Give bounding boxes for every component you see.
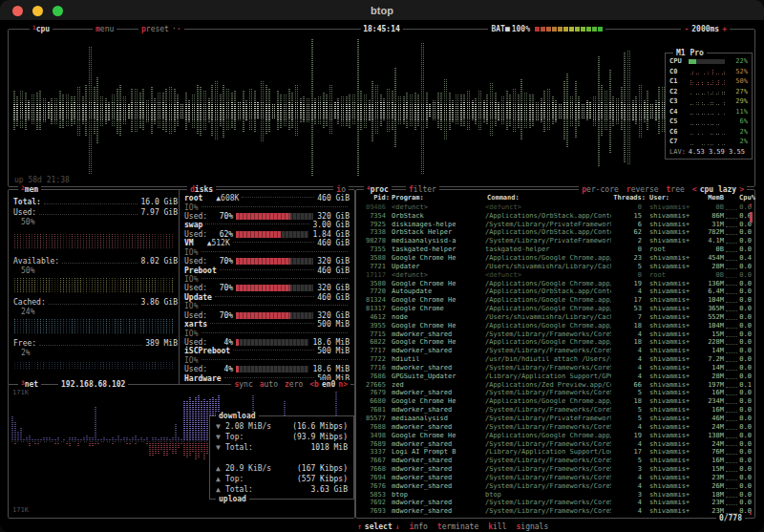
col-threads[interactable]: Threads: [611,194,646,202]
zero-toggle[interactable]: zero [285,380,303,389]
disk-used-row: Used:4%18.6 MiB [184,338,350,347]
cell-cpu: 0.0 [739,441,752,448]
sort-prev-button[interactable]: < [692,185,697,194]
proc-row[interactable]: 7355taskgated-helpertaskgated-helper0roo… [359,245,751,254]
cell-user: shivammis+ [646,204,693,211]
proc-row[interactable]: 7717mdworker_shared/System/Library/Frame… [359,347,751,355]
proc-row[interactable]: 7693mdworker_shared/System/Library/Frame… [359,507,751,516]
cell-dots [726,417,737,421]
scroll-down-icon[interactable]: ↓ [749,509,753,517]
cell-thr: 19 [611,433,646,439]
proc-row[interactable]: 27665zed/Applications/Zed Preview.app/Co… [359,381,751,390]
proc-box-title[interactable]: 4proc [364,185,392,194]
proc-row[interactable]: 7689mdworker_shared/System/Library/Frame… [359,440,751,449]
sync-toggle[interactable]: sync [234,380,252,389]
col-program[interactable]: Program: [390,194,485,202]
cell-prog: mdworker_shared [390,508,485,515]
select-up-key[interactable]: ↑ [357,522,362,531]
proc-row[interactable]: 17117<defunct><defunct>0root0B0.0 [359,271,751,280]
proc-row[interactable]: 6680Google Chrome He/Applications/Google… [359,397,751,406]
download-total: ▼Total:1018 MiB [216,442,348,453]
proc-row[interactable]: 7722hdiutil/usr/bin/hdiutil attach /User… [359,355,751,364]
proc-row[interactable]: 81324Google Chrome He/Applications/Googl… [359,296,751,305]
proc-row[interactable]: 81317Google Chrome/Applications/Google C… [359,305,751,313]
col-pid[interactable]: Pid: [359,194,390,202]
proc-row[interactable]: 5853btopbtop3shivammis+18M0.0 [359,491,751,500]
cell-pid: 27665 [359,382,390,389]
proc-row[interactable]: 85577mediaanalysisd/System/Library/Priva… [359,415,751,423]
cell-user: shivammis+ [646,483,693,490]
interval-increase-button[interactable]: + [722,25,727,33]
proc-row[interactable]: 7676mdworker_shared/System/Library/Frame… [359,482,751,491]
cell-cpu: 0.4 [739,255,752,262]
preset-button[interactable]: preset·· [138,25,184,33]
per-core-toggle[interactable]: per-core [582,185,619,194]
proc-row[interactable]: 7925diskimages-helpe/System/Library/Priv… [359,221,751,229]
filter-button[interactable]: filter [406,185,439,194]
net-box-title[interactable]: 3net [18,380,41,389]
scroll-up-icon[interactable]: ↑ [749,202,753,209]
col-cpu[interactable]: Cpu% [739,194,752,202]
disks-box-title[interactable]: disks [187,185,216,194]
proc-row[interactable]: 98278mediaanalysisd-a/System/Library/Pri… [359,237,751,245]
cell-mem: 16M [693,458,724,464]
col-user[interactable]: User: [646,194,693,202]
proc-row[interactable]: 7688mdworker_shared/System/Library/Frame… [359,423,751,432]
cell-user: shivammis+ [646,500,693,506]
cpu-box-title[interactable]: 1cpu [30,25,53,33]
iface-next-button[interactable]: n> [338,380,348,389]
cell-prog: Google Chrome He [390,297,485,304]
reverse-toggle[interactable]: reverse [626,185,659,194]
col-command[interactable]: Command: [485,194,611,202]
mem-box-title[interactable]: 2mem [18,185,41,194]
proc-row[interactable]: 6822Google Chrome He/Applications/Google… [359,339,751,348]
signals-button[interactable]: signals [516,522,548,531]
proc-row[interactable]: 7338OrbStack Helper/Applications/OrbStac… [359,229,751,238]
tree-toggle[interactable]: tree [667,185,685,194]
proc-row[interactable]: 3588Google Chrome He/Applications/Google… [359,254,751,263]
proc-row[interactable]: 7721Updater/Users/shivammishra/Library/C… [359,263,751,271]
proc-row[interactable]: 7715mdworker_shared/System/Library/Frame… [359,330,751,339]
proc-row[interactable]: 7679mdworker_shared/System/Library/Frame… [359,390,751,398]
proc-row[interactable]: 4612node/Users/shivammishra/Library/Cach… [359,313,751,322]
proc-row[interactable]: 7716mdworker_shared/System/Library/Frame… [359,364,751,372]
cpu-core-row: C62% [669,127,748,138]
proc-row[interactable]: 7692mdworker_shared/System/Library/Frame… [359,500,751,508]
proc-row[interactable]: 3580Google Chrome He/Applications/Google… [359,280,751,288]
select-down-key[interactable]: ↓ [395,522,400,531]
interval-decrease-button[interactable]: - [684,25,689,33]
info-button[interactable]: info [410,522,428,531]
preset-cycle-icon-2[interactable]: · [177,25,181,33]
proc-row[interactable]: 7668mdworker_shared/System/Library/Frame… [359,465,751,474]
io-mode-toggle[interactable]: io [333,185,349,194]
cell-pid: 5853 [359,492,390,499]
sort-next-button[interactable]: > [739,185,744,194]
cell-prog: Google Chrome He [390,255,485,262]
auto-toggle[interactable]: auto [260,380,278,389]
proc-row[interactable]: 3955Google Chrome He/Applications/Google… [359,322,751,330]
col-mem[interactable]: MemB [693,194,724,202]
proc-row[interactable]: 89486<defunct><defunct>0shivammis+0B0.0 [359,203,751,212]
iface-name: en0 [322,380,335,389]
menu-button[interactable]: menu [93,25,117,33]
proc-row[interactable]: 3498Google Chrome He/Applications/Google… [359,432,751,440]
kill-button[interactable]: kill [488,522,506,531]
proc-row[interactable]: 7681mdworker_shared/System/Library/Frame… [359,406,751,415]
cell-cpu: 0.0 [739,424,752,431]
cell-mem: 6.4M [693,288,724,295]
proc-row[interactable]: 7694mdworker_shared/System/Library/Frame… [359,474,751,482]
cell-pid: 3498 [359,433,390,439]
proc-scrollbar[interactable] [750,212,753,223]
cell-prog: diskimages-helpe [390,222,485,228]
cell-pid: 7692 [359,500,390,506]
terminate-button[interactable]: terminate [437,522,478,531]
proc-row[interactable]: 7720Autoupdate/Applications/OrbStack.app… [359,287,751,296]
iface-prev-button[interactable]: <b [309,380,319,389]
cell-prog: mdworker_shared [390,407,485,414]
proc-row[interactable]: 7354OrbStack/Applications/OrbStack.app/C… [359,212,751,221]
cell-dots [726,282,737,286]
cell-thr: 5 [611,390,646,396]
proc-row[interactable]: 7686GPGSuite_Updater/Library/Application… [359,372,751,381]
proc-row[interactable]: 7667mdworker_shared/System/Library/Frame… [359,457,751,465]
proc-row[interactable]: 3337Logi AI Prompt B/Library/Application… [359,448,751,457]
